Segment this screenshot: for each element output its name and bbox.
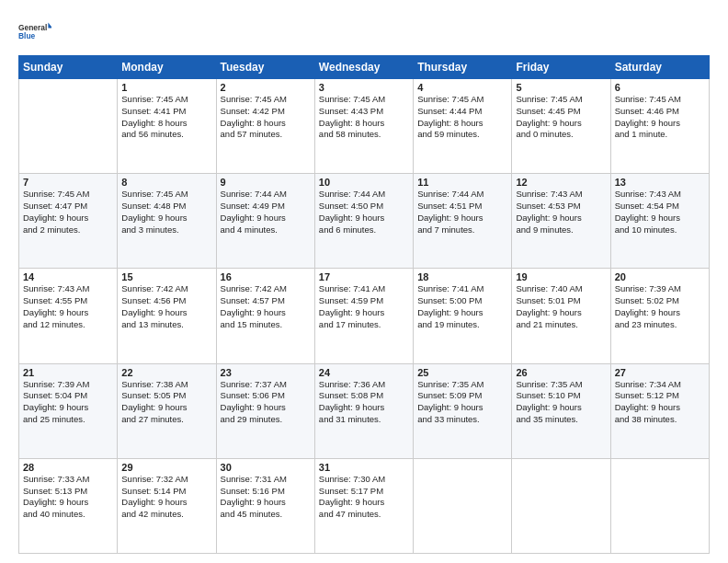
day-header-friday: Friday	[512, 56, 610, 79]
calendar-cell: 18Sunrise: 7:41 AMSunset: 5:00 PMDayligh…	[414, 269, 512, 363]
calendar-cell: 15Sunrise: 7:42 AMSunset: 4:56 PMDayligh…	[118, 269, 216, 363]
day-info: Sunset: 4:42 PM	[221, 106, 311, 118]
day-info: and 27 minutes.	[121, 414, 211, 426]
day-number: 21	[23, 367, 113, 378]
day-info: Daylight: 9 hours	[221, 213, 311, 224]
page: General Blue SundayMondayTuesdayWednesda…	[0, 0, 728, 563]
day-info: Daylight: 8 hours	[121, 118, 211, 130]
day-info: Daylight: 9 hours	[516, 213, 606, 224]
day-info: Sunset: 5:01 PM	[516, 295, 606, 307]
day-number: 24	[319, 367, 409, 378]
calendar-cell: 31Sunrise: 7:30 AMSunset: 5:17 PMDayligh…	[314, 458, 413, 553]
day-info: Daylight: 9 hours	[615, 213, 705, 224]
svg-text:Blue: Blue	[18, 31, 36, 40]
day-number: 23	[221, 367, 311, 378]
day-info: Daylight: 9 hours	[23, 213, 113, 224]
day-info: and 2 minutes.	[23, 224, 113, 236]
day-number: 28	[23, 462, 113, 473]
calendar-week-5: 28Sunrise: 7:33 AMSunset: 5:13 PMDayligh…	[19, 458, 710, 553]
calendar-cell: 20Sunrise: 7:39 AMSunset: 5:02 PMDayligh…	[610, 269, 709, 363]
day-info: Sunset: 4:53 PM	[516, 201, 606, 213]
day-info: Sunset: 5:12 PM	[615, 390, 705, 402]
day-info: and 15 minutes.	[221, 319, 311, 331]
calendar-cell: 4Sunrise: 7:45 AMSunset: 4:44 PMDaylight…	[414, 79, 512, 174]
day-info: Sunrise: 7:43 AM	[516, 189, 606, 201]
day-info: Daylight: 9 hours	[417, 402, 507, 414]
calendar-cell: 1Sunrise: 7:45 AMSunset: 4:41 PMDaylight…	[118, 79, 216, 174]
day-info: and 56 minutes.	[121, 129, 211, 141]
day-info: Sunset: 4:41 PM	[121, 106, 211, 118]
day-info: Daylight: 9 hours	[121, 307, 211, 319]
day-info: and 1 minute.	[615, 129, 705, 141]
day-number: 31	[319, 462, 409, 473]
day-info: Sunset: 5:13 PM	[23, 486, 113, 498]
day-info: Daylight: 9 hours	[319, 402, 409, 414]
calendar-cell: 29Sunrise: 7:32 AMSunset: 5:14 PMDayligh…	[118, 458, 216, 553]
day-number: 2	[221, 82, 311, 93]
day-info: and 29 minutes.	[221, 414, 311, 426]
calendar-week-2: 7Sunrise: 7:45 AMSunset: 4:47 PMDaylight…	[19, 174, 710, 269]
day-info: Sunset: 4:43 PM	[319, 106, 409, 118]
day-info: Sunrise: 7:40 AM	[516, 283, 606, 295]
calendar-cell: 22Sunrise: 7:38 AMSunset: 5:05 PMDayligh…	[118, 363, 216, 458]
day-info: Daylight: 8 hours	[417, 118, 507, 130]
svg-marker-2	[48, 22, 51, 28]
day-info: and 58 minutes.	[319, 129, 409, 141]
day-info: Sunrise: 7:45 AM	[221, 94, 311, 106]
day-info: Sunrise: 7:42 AM	[221, 283, 311, 295]
day-info: Sunset: 4:59 PM	[319, 295, 409, 307]
day-number: 19	[516, 271, 606, 282]
day-info: Sunrise: 7:44 AM	[221, 189, 311, 201]
day-info: Sunrise: 7:33 AM	[23, 474, 113, 486]
day-info: Daylight: 9 hours	[615, 307, 705, 319]
calendar-cell: 16Sunrise: 7:42 AMSunset: 4:57 PMDayligh…	[216, 269, 314, 363]
calendar-cell: 26Sunrise: 7:35 AMSunset: 5:10 PMDayligh…	[512, 363, 610, 458]
day-info: Sunset: 5:08 PM	[319, 390, 409, 402]
day-info: Sunrise: 7:42 AM	[121, 283, 211, 295]
day-info: Sunset: 4:47 PM	[23, 201, 113, 213]
day-info: and 31 minutes.	[319, 414, 409, 426]
day-info: and 47 minutes.	[319, 509, 409, 521]
day-number: 13	[615, 177, 705, 188]
day-info: and 4 minutes.	[221, 224, 311, 236]
day-number: 22	[121, 367, 211, 378]
day-info: and 21 minutes.	[516, 319, 606, 331]
day-info: and 0 minutes.	[516, 129, 606, 141]
calendar-cell: 2Sunrise: 7:45 AMSunset: 4:42 PMDaylight…	[216, 79, 314, 174]
calendar-week-1: 1Sunrise: 7:45 AMSunset: 4:41 PMDaylight…	[19, 79, 710, 174]
day-info: and 9 minutes.	[516, 224, 606, 236]
calendar-cell: 3Sunrise: 7:45 AMSunset: 4:43 PMDaylight…	[314, 79, 413, 174]
day-info: and 12 minutes.	[23, 319, 113, 331]
day-info: Sunset: 5:14 PM	[121, 486, 211, 498]
day-info: and 6 minutes.	[319, 224, 409, 236]
day-info: Daylight: 9 hours	[23, 307, 113, 319]
calendar-cell: 25Sunrise: 7:35 AMSunset: 5:09 PMDayligh…	[414, 363, 512, 458]
day-info: Daylight: 9 hours	[516, 118, 606, 130]
day-info: Sunrise: 7:32 AM	[121, 474, 211, 486]
day-number: 8	[121, 177, 211, 188]
day-info: Daylight: 9 hours	[615, 118, 705, 130]
calendar-cell: 23Sunrise: 7:37 AMSunset: 5:06 PMDayligh…	[216, 363, 314, 458]
calendar-cell: 7Sunrise: 7:45 AMSunset: 4:47 PMDaylight…	[19, 174, 118, 269]
day-info: Sunrise: 7:41 AM	[417, 283, 507, 295]
day-info: and 57 minutes.	[221, 129, 311, 141]
calendar-cell: 6Sunrise: 7:45 AMSunset: 4:46 PMDaylight…	[610, 79, 709, 174]
day-info: and 45 minutes.	[221, 509, 311, 521]
day-info: Sunset: 5:02 PM	[615, 295, 705, 307]
day-header-thursday: Thursday	[414, 56, 512, 79]
calendar-cell	[512, 458, 610, 553]
calendar-week-3: 14Sunrise: 7:43 AMSunset: 4:55 PMDayligh…	[19, 269, 710, 363]
day-info: Sunset: 4:56 PM	[121, 295, 211, 307]
day-info: Sunset: 4:46 PM	[615, 106, 705, 118]
day-info: Sunset: 5:06 PM	[221, 390, 311, 402]
day-info: and 59 minutes.	[417, 129, 507, 141]
day-info: and 42 minutes.	[121, 509, 211, 521]
day-number: 4	[417, 82, 507, 93]
logo: General Blue	[18, 15, 51, 48]
day-info: Sunrise: 7:45 AM	[121, 189, 211, 201]
day-info: and 17 minutes.	[319, 319, 409, 331]
day-info: Sunrise: 7:43 AM	[23, 283, 113, 295]
calendar-cell: 14Sunrise: 7:43 AMSunset: 4:55 PMDayligh…	[19, 269, 118, 363]
day-number: 1	[121, 82, 211, 93]
day-info: Sunrise: 7:39 AM	[23, 379, 113, 391]
